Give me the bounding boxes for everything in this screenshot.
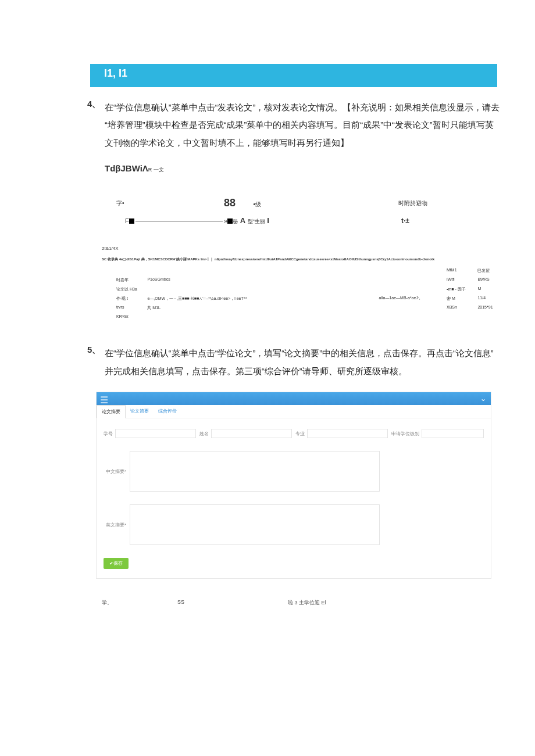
cell: 2015*91: [477, 305, 506, 311]
secret-bold: A: [240, 216, 245, 225]
section-banner: I1, I1: [90, 64, 497, 87]
info-row-2: F » 秘 A 型”生丽 I t·±: [125, 216, 535, 225]
cell: 11/4: [477, 296, 506, 302]
tabs: 论文摘要 论文简要 综合评价: [97, 405, 491, 418]
table-row: 作·现 t e—,OMW，一 · ,三■■■-½■■∧'-'--›'¼a.dii…: [116, 296, 506, 302]
major-field[interactable]: [307, 429, 388, 438]
collapse-icon[interactable]: ⌄: [480, 395, 486, 403]
block-icon: [227, 218, 233, 224]
tab-review[interactable]: 综合评价: [154, 405, 181, 418]
cell: 论文以 H3a: [116, 286, 147, 292]
tab-info[interactable]: 论文简要: [126, 405, 154, 418]
cn-abstract-textarea[interactable]: [130, 451, 380, 492]
en-abstract-textarea[interactable]: [130, 504, 380, 545]
cell: P1oSGmbcs: [147, 277, 379, 283]
table-row: 论文以 H3a •m■ - 因子 M: [116, 286, 506, 292]
cn-abstract-row: 中文摘要*: [104, 451, 484, 492]
secret-after: 型”生丽: [248, 218, 265, 224]
info-label-zi: 字•: [116, 200, 124, 206]
horizontal-line: [135, 221, 223, 221]
label-en-abstract: 英文摘要*: [104, 522, 130, 528]
form-panel: ☰ ⌄ 论文摘要 论文简要 综合评价 学号 姓名 专业 申请学位级别 中文摘要*…: [96, 392, 491, 579]
section-4-text: 在“学位信息确认”菜单中点击“发表论文”，核对发表论文情况。【补充说明：如果相关…: [105, 99, 500, 152]
cell: e—,OMW，一 · ,三■■■-½■■∧'-'--›'¼a.dii<ee>，l…: [147, 296, 379, 302]
info-label-ji: •级: [254, 201, 262, 207]
section-5-text: 在“学位信息确认“菜单中点击“学位论文”，填写“论文摘要”中的相关信息，点击保存…: [105, 345, 500, 380]
cell: 时嘉年: [116, 277, 147, 283]
cell: •m■ - 因子: [447, 286, 477, 292]
tiny-code: 2t&1/4X: [102, 246, 535, 251]
ocr-heading-sub: R 一文: [148, 167, 164, 173]
label-cn-abstract: 中文摘要*: [104, 468, 130, 475]
bottom-c1: 学。: [102, 599, 177, 607]
table-row: KR»Sτ: [116, 314, 506, 318]
col-head-5: 巳发翟: [477, 268, 506, 274]
block-icon: [129, 218, 134, 224]
col-head-4: MfM1: [447, 268, 477, 274]
degree-field[interactable]: [422, 429, 484, 438]
cell: 作·现 t: [116, 296, 147, 302]
section-4-number: 4、: [87, 99, 105, 152]
row2-right: t·±: [401, 217, 409, 225]
label-name: 姓名: [199, 431, 209, 437]
cell: XBSn: [447, 305, 477, 311]
secret-label: 秘: [233, 218, 238, 224]
label-major: 专业: [295, 431, 305, 437]
info-label-right: 时附於避物: [398, 199, 427, 207]
cell: M: [477, 286, 506, 292]
cell: 共 M1l-: [147, 305, 379, 311]
cell: iWtfi: [447, 277, 477, 283]
cell: 密 M: [447, 296, 477, 302]
label-degree: 申请学位级别: [391, 431, 419, 437]
field-row: 学号 姓名 专业 申请学位级别: [104, 429, 484, 438]
table-row: trvrs 共 M1l- XBSn 2015*91: [116, 305, 506, 311]
save-button[interactable]: ✔保存: [104, 558, 129, 569]
ocr-heading-main: TdβJBWiΛ: [105, 163, 148, 173]
section-5-number: 5、: [87, 345, 105, 380]
cell: trvrs: [116, 305, 147, 311]
bottom-c3: 啦 3 土学位迎 El: [288, 599, 326, 607]
section-4-block: 4、 在“学位信息确认”菜单中点击“发表论文”，核对发表论文情况。【补充说明：如…: [87, 99, 500, 152]
paper-table: MfM1 巳发翟 时嘉年 P1oSGmbcs iWtfi B9fRS 论文以 H…: [116, 268, 506, 318]
cell: B9fRS: [477, 277, 506, 283]
label-student-id: 学号: [104, 431, 113, 437]
en-abstract-row: 英文摘要*: [104, 504, 484, 545]
bottom-c2: SS: [177, 599, 288, 607]
menu-icon[interactable]: ☰: [100, 395, 108, 406]
name-field[interactable]: [211, 429, 292, 438]
form-titlebar: ☰ ⌄: [97, 392, 491, 405]
row2-prefix: F: [125, 217, 129, 224]
info-row-1: 字• 88 •级 时附於避物: [116, 197, 535, 209]
section-5-block: 5、 在“学位信息确认“菜单中点击“学位论文”，填写“论文摘要”中的相关信息，点…: [87, 345, 500, 380]
tiny-line-sc: SC 收录共 4e▢dlS1Pajt 共，SK1MCSCDCRH'姚小丽'MAP…: [102, 257, 535, 262]
secret-end: I: [267, 216, 269, 225]
ocr-heading: TdβJBWiΛR 一文: [105, 163, 535, 174]
cell: alla—1ae—MB-a*aeJ·,: [379, 296, 447, 302]
info-value-88: 88: [224, 197, 236, 209]
table-row: 时嘉年 P1oSGmbcs iWtfi B9fRS: [116, 277, 506, 283]
cell: KR»Sτ: [116, 314, 148, 318]
student-id-field[interactable]: [115, 429, 196, 438]
tab-abstract[interactable]: 论文摘要: [97, 405, 126, 418]
bottom-info-row: 学。 SS 啦 3 土学位迎 El: [102, 599, 535, 607]
